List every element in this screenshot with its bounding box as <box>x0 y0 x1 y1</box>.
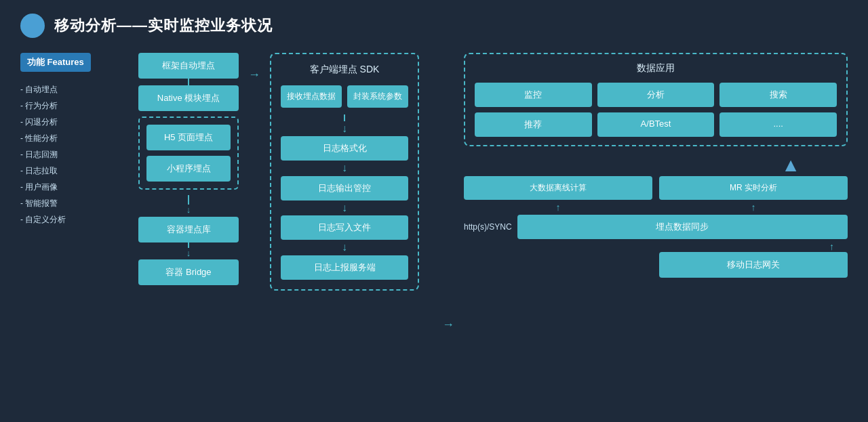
title-circle-icon <box>20 14 45 38</box>
sdk-flow: ↓ 日志格式化 ↓ 日志输出管控 ↓ 日志写入文件 ↓ 日志上报服务端 <box>281 121 408 280</box>
data-app-grid: 监控 分析 搜索 推荐 A/BTest .... <box>475 83 837 137</box>
sdk-arrow-3: ↓ <box>342 201 347 215</box>
gateway-up-arrow: ↑ <box>464 239 848 252</box>
feature-item: 自定义分析 <box>20 211 115 228</box>
title-bar: 移动分析——实时监控业务状况 <box>20 14 848 38</box>
gateway-row: 移动日志网关 <box>464 252 848 278</box>
features-label: 功能 Features <box>20 53 91 72</box>
source-box-h5: H5 页面埋点 <box>146 125 231 150</box>
compute-up-arrows: ↑ ↑ <box>464 200 848 215</box>
main-container: 移动分析——实时监控业务状况 功能 Features 自动埋点 行为分析 闪退分… <box>0 0 868 422</box>
source-box-miniprogram: 小程序埋点 <box>146 156 231 182</box>
sdk-panel: 客户端埋点 SDK 接收埋点数据 封装系统参数 ↓ 日志格式化 ↓ 日志输出管控… <box>270 53 419 291</box>
data-app-search: 搜索 <box>719 83 837 107</box>
feature-item: 日志拉取 <box>20 163 115 179</box>
source-box-container-sdk: 容器埋点库 <box>138 217 239 242</box>
upward-arrow-container: ▲ <box>464 156 848 175</box>
sdk-box-report: 日志上报服务端 <box>281 255 408 280</box>
data-app-analysis: 分析 <box>597 83 715 107</box>
features-panel: 功能 Features 自动埋点 行为分析 闪退分析 性能分析 日志回溯 日志拉… <box>20 53 115 228</box>
compute-row: 大数据离线计算 MR 实时分析 <box>464 176 848 200</box>
data-app-title: 数据应用 <box>475 62 837 75</box>
sdk-box-output: 日志输出管控 <box>281 176 408 201</box>
sdk-box-format: 日志格式化 <box>281 136 408 161</box>
source-column: 框架自动埋点 Native 模块埋点 H5 页面埋点 小程序埋点 ↓ 容器埋点库… <box>138 53 239 285</box>
sdk-encap-box: 封装系统参数 <box>347 85 408 108</box>
feature-item: 用户画像 <box>20 179 115 195</box>
source-box-container-bridge: 容器 Bridge <box>138 259 239 285</box>
data-app-more: .... <box>719 112 837 137</box>
page-title: 移动分析——实时监控业务状况 <box>54 16 273 36</box>
sdk-arrow-2: ↓ <box>342 161 347 175</box>
source-lower: ↓ 容器埋点库 ↓ 容器 Bridge <box>138 195 239 285</box>
arrow-down-icon: ↓ <box>186 205 191 215</box>
sdk-top-row: 接收埋点数据 封装系统参数 <box>281 85 408 108</box>
right-section: 数据应用 监控 分析 搜索 推荐 A/BTest .... ▲ 大数据离线计算 … <box>464 53 848 278</box>
data-app-panel: 数据应用 监控 分析 搜索 推荐 A/BTest .... <box>464 53 848 146</box>
sync-box: 埋点数据同步 <box>517 215 848 239</box>
diagram-layout: 功能 Features 自动埋点 行为分析 闪退分析 性能分析 日志回溯 日志拉… <box>20 53 848 351</box>
feature-item: 行为分析 <box>20 98 115 114</box>
data-app-abtest: A/BTest <box>597 112 715 137</box>
feature-item: 智能报警 <box>20 195 115 211</box>
sdk-title: 客户端埋点 SDK <box>281 64 408 76</box>
data-app-monitor: 监控 <box>475 83 592 107</box>
source-box-framework: 框架自动埋点 <box>138 53 239 79</box>
arrow-down-icon-2: ↓ <box>186 248 191 259</box>
feature-item: 日志回溯 <box>20 146 115 163</box>
src-to-sdk-arrow-icon: → <box>248 53 260 82</box>
source-box-native: Native 模块埋点 <box>138 85 239 111</box>
sdk-arrow-4: ↓ <box>342 240 347 255</box>
data-app-recommend: 推荐 <box>475 112 592 137</box>
sdk-box-write: 日志写入文件 <box>281 215 408 240</box>
feature-item: 性能分析 <box>20 130 115 146</box>
up-arrow-icon: ▲ <box>781 156 800 175</box>
feature-item: 闪退分析 <box>20 114 115 130</box>
feature-item: 自动埋点 <box>20 81 115 98</box>
sdk-arrow-1: ↓ <box>342 121 347 136</box>
sync-row: http(s)/SYNC 埋点数据同步 <box>464 215 848 239</box>
big-data-box: 大数据离线计算 <box>464 176 652 200</box>
compute-up-arrow-left: ↑ <box>464 200 652 215</box>
compute-up-arrow-right: ↑ <box>659 200 848 215</box>
sdk-to-right-arrow: → <box>442 53 454 351</box>
features-list: 自动埋点 行为分析 闪退分析 性能分析 日志回溯 日志拉取 用户画像 智能报警 … <box>20 81 115 228</box>
sdk-receive-box: 接收埋点数据 <box>281 85 342 108</box>
gateway-box: 移动日志网关 <box>659 252 848 278</box>
source-dashed-group: H5 页面埋点 小程序埋点 <box>138 117 239 190</box>
mr-realtime-box: MR 实时分析 <box>659 176 848 200</box>
http-label: http(s)/SYNC <box>464 222 512 232</box>
